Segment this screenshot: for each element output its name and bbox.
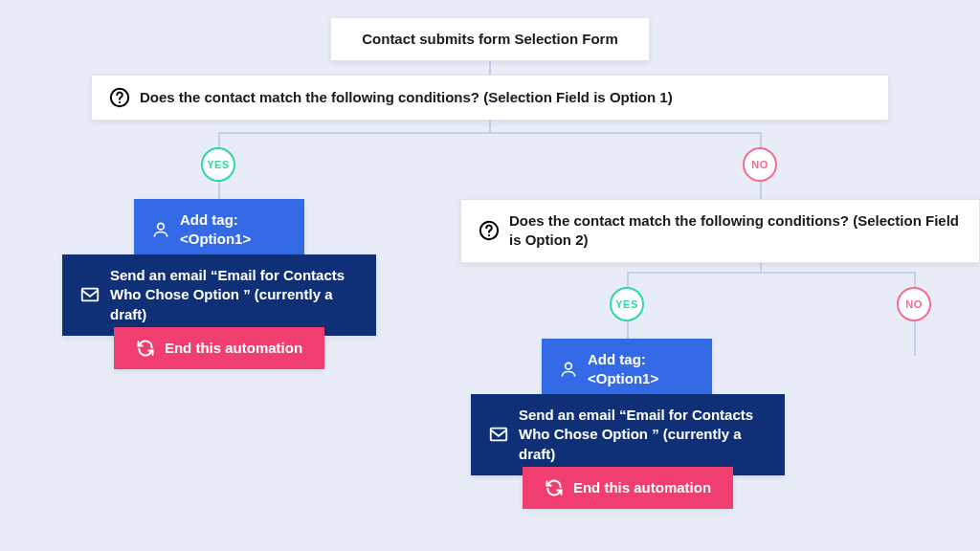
trigger-label: Contact submits form Selection Form xyxy=(362,30,618,49)
add-tag-label: Add tag: <Option1> xyxy=(180,210,287,250)
send-email-node[interactable]: Send an email “Email for Contacts Who Ch… xyxy=(471,394,785,475)
user-icon xyxy=(151,220,170,239)
svg-rect-7 xyxy=(491,429,507,441)
svg-point-2 xyxy=(158,224,165,231)
end-automation-node[interactable]: End this automation xyxy=(114,327,324,369)
no-badge: NO xyxy=(743,147,777,182)
refresh-icon xyxy=(136,339,155,358)
condition-node[interactable]: Does the contact match the following con… xyxy=(460,199,980,263)
envelope-icon xyxy=(79,284,100,305)
no-badge: NO xyxy=(897,287,931,321)
send-email-label: Send an email “Email for Contacts Who Ch… xyxy=(110,266,359,324)
end-automation-node[interactable]: End this automation xyxy=(523,467,733,509)
yes-badge: YES xyxy=(201,147,235,182)
question-icon xyxy=(479,220,500,241)
svg-point-6 xyxy=(566,364,572,370)
send-email-label: Send an email “Email for Contacts Who Ch… xyxy=(519,406,768,464)
yes-badge: YES xyxy=(610,287,644,321)
svg-rect-3 xyxy=(82,289,99,301)
add-tag-node[interactable]: Add tag: <Option1> xyxy=(542,339,712,401)
envelope-icon xyxy=(488,424,509,445)
add-tag-label: Add tag: <Option1> xyxy=(588,350,695,389)
send-email-node[interactable]: Send an email “Email for Contacts Who Ch… xyxy=(62,254,376,336)
trigger-node[interactable]: Contact submits form Selection Form xyxy=(330,17,650,61)
svg-point-5 xyxy=(488,234,490,236)
end-label: End this automation xyxy=(573,478,711,497)
condition-node[interactable]: Does the contact match the following con… xyxy=(91,75,889,121)
svg-point-1 xyxy=(119,101,121,103)
user-icon xyxy=(559,360,578,379)
end-label: End this automation xyxy=(165,339,302,358)
refresh-icon xyxy=(545,478,564,497)
question-icon xyxy=(109,87,130,108)
condition-label: Does the contact match the following con… xyxy=(140,88,673,107)
condition-label: Does the contact match the following con… xyxy=(509,211,962,251)
add-tag-node[interactable]: Add tag: <Option1> xyxy=(134,199,304,261)
